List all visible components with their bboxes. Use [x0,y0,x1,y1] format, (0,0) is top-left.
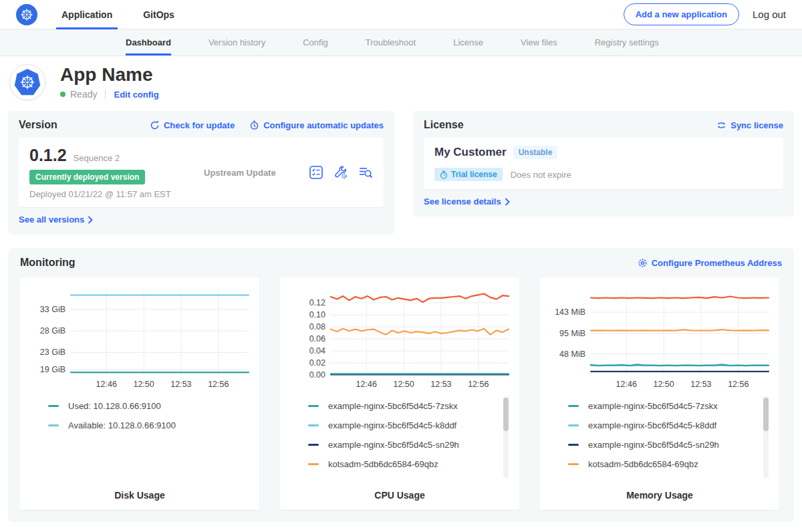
svg-text:12:46: 12:46 [616,380,637,389]
svg-text:0.06: 0.06 [309,334,325,344]
legend-label: example-nginx-5bc6f5d4c5-k8ddf [328,420,456,430]
svg-text:12:46: 12:46 [96,380,117,389]
tab-view-files[interactable]: View files [521,29,557,55]
legend-dash [308,405,319,407]
see-all-versions-link[interactable]: See all versions [19,215,93,225]
channel-badge: Unstable [513,146,558,159]
version-sequence: Sequence 2 [74,153,120,163]
legend-item: Available: 10.128.0.66:9100 [48,416,259,435]
tab-config[interactable]: Config [303,29,328,55]
svg-text:0.02: 0.02 [309,358,325,368]
check-for-update-button[interactable]: Check for update [150,120,235,130]
memory-usage-chart-card: 143 MiB95 MiB48 MiB12:4612:5012:5312:56e… [540,277,779,510]
legend-scrollbar-track [503,396,509,478]
stopwatch-icon [440,170,448,179]
svg-text:143 MiB: 143 MiB [555,307,585,317]
svg-text:12:53: 12:53 [690,380,711,389]
auto-update-icon [249,120,259,130]
legend-label: Used: 10.128.0.66:9100 [68,401,161,411]
trial-license-label: Trial license [451,170,497,179]
refresh-icon [150,120,160,130]
legend-dash [568,424,579,426]
tab-troubleshoot[interactable]: Troubleshoot [366,29,416,55]
tab-config-label: Config [303,37,328,47]
svg-text:12:50: 12:50 [393,380,414,389]
memory-usage-legend: example-nginx-5bc6f5d4c5-7zskxexample-ng… [568,396,779,482]
chart-title: CPU Usage [280,490,519,501]
tab-registry-settings-label: Registry settings [595,37,659,47]
disk-usage-plot: 33 GiB28 GiB23 GiB19 GiB12:4612:5012:531… [28,285,251,391]
tab-version-history-label: Version history [209,37,265,47]
app-avatar [9,64,45,100]
legend-scrollbar-thumb[interactable] [763,398,769,431]
legend-label: kotsadm-5db6dc6584-69qbz [588,459,698,469]
legend-label: example-nginx-5bc6f5d4c5-sn29h [588,440,719,450]
app-name-title: App Name [60,65,159,86]
configure-automatic-updates-label: Configure automatic updates [263,120,384,130]
tab-troubleshoot-label: Troubleshoot [366,37,416,47]
svg-text:19 GiB: 19 GiB [40,365,65,374]
legend-label: example-nginx-5bc6f5d4c5-k8ddf [588,420,716,430]
license-card: My Customer Unstable Trial license Does … [424,138,783,189]
gear-icon [638,258,648,268]
svg-text:0.10: 0.10 [309,310,325,319]
tab-registry-settings[interactable]: Registry settings [595,29,659,55]
legend-dash [308,463,319,465]
svg-text:12:50: 12:50 [653,380,674,389]
ship-wheel-icon [19,74,36,91]
license-expiry: Does not expire [511,170,571,180]
ship-wheel-icon [19,7,34,22]
legend-label: Available: 10.128.0.66:9100 [68,420,176,430]
currently-deployed-badge: Currently deployed version [29,170,145,184]
nav-link-gitops-label: GitOps [143,9,174,20]
version-panel: Version Check for update Configure au [8,111,394,235]
legend-dash [308,424,319,426]
legend-label: kotsadm-5db6dc6584-69qbz [328,459,438,469]
see-license-details-link[interactable]: See license details [424,196,510,207]
legend-dash [568,405,579,407]
disk-usage-chart-card: 33 GiB28 GiB23 GiB19 GiB12:4612:5012:531… [20,277,259,510]
chart-title: Memory Usage [540,490,779,501]
legend-scrollbar-track [763,396,769,478]
nav-link-application[interactable]: Application [61,0,112,29]
deployed-timestamp: Deployed 01/21/22 @ 11:57 am EST [29,189,171,199]
legend-item: example-nginx-5bc6f5d4c5-sn29h [308,435,519,454]
customer-name: My Customer [434,146,507,159]
add-application-button[interactable]: Add a new application [624,3,739,25]
check-for-update-label: Check for update [164,120,235,130]
status-dot [60,92,65,97]
edit-config-link[interactable]: Edit config [114,90,158,100]
cpu-usage-plot: 0.120.100.080.060.040.020.0012:4612:5012… [288,285,511,391]
configure-prometheus-button[interactable]: Configure Prometheus Address [638,258,782,268]
tab-dashboard[interactable]: Dashboard [126,29,171,55]
tab-license[interactable]: License [453,29,483,55]
legend-scrollbar-thumb[interactable] [503,398,509,431]
tab-version-history[interactable]: Version history [209,29,265,55]
preflight-checks-icon[interactable] [309,165,323,180]
svg-text:12:56: 12:56 [208,380,229,389]
kubernetes-logo [16,4,37,25]
tab-license-label: License [453,37,483,47]
svg-text:95 MiB: 95 MiB [559,329,585,338]
svg-text:12:46: 12:46 [356,380,377,389]
version-panel-title: Version [19,119,57,131]
svg-text:0.04: 0.04 [309,346,325,356]
svg-text:0.00: 0.00 [309,370,325,380]
svg-text:28 GiB: 28 GiB [40,326,65,336]
svg-text:12:53: 12:53 [170,380,191,389]
cpu-usage-legend: example-nginx-5bc6f5d4c5-7zskxexample-ng… [308,396,519,482]
configure-automatic-updates-button[interactable]: Configure automatic updates [249,120,384,130]
legend-dash [568,463,579,465]
chevron-right-icon [88,216,93,224]
version-number: 0.1.2 [29,146,67,165]
sync-license-button[interactable]: Sync license [716,120,783,130]
nav-link-gitops[interactable]: GitOps [143,0,174,29]
deploy-logs-icon[interactable] [358,165,373,180]
config-wrench-icon[interactable] [333,165,348,180]
legend-item: Used: 10.128.0.66:9100 [48,396,259,416]
logout-button[interactable]: Log out [753,9,786,20]
version-source: Upstream Update [171,168,309,178]
svg-text:23 GiB: 23 GiB [40,348,65,357]
license-panel: License Sync license My Customer Unstabl… [413,111,794,217]
nav-link-application-label: Application [61,9,112,20]
